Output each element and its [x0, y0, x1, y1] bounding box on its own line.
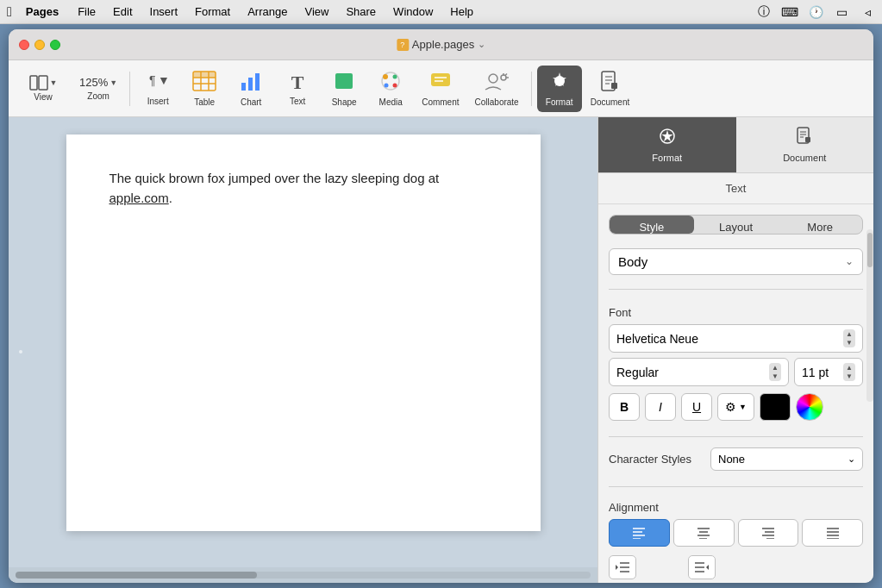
sub-tab-layout[interactable]: Layout [694, 216, 779, 234]
zoom-value: 125% ▼ [79, 76, 117, 89]
svg-text:▼: ▼ [158, 73, 168, 87]
shape-icon [333, 71, 355, 95]
svg-rect-9 [193, 72, 201, 78]
align-justify-button[interactable] [802, 519, 863, 547]
format-icon [549, 71, 570, 95]
font-style-select[interactable]: Regular ▲ ▼ [609, 358, 789, 386]
font-size-box[interactable]: 11 pt ▲ ▼ [794, 358, 863, 386]
sidebar-document-tab[interactable]: Document [736, 117, 874, 172]
minimize-button[interactable] [34, 40, 45, 50]
color-swatch[interactable] [760, 393, 791, 421]
font-name-select[interactable]: Helvetica Neue ▲ ▼ [609, 324, 863, 353]
zoom-button[interactable]: 125% ▼ Zoom [72, 66, 124, 112]
gear-button[interactable]: ⚙ ▼ [717, 393, 754, 421]
menu-arrange[interactable]: Arrange [241, 3, 294, 20]
h-scrollbar[interactable] [9, 567, 597, 583]
indent-increase-button[interactable] [688, 555, 716, 579]
view-icon: ▼ [29, 75, 58, 91]
svg-rect-12 [241, 83, 246, 91]
font-format-row: B I U ⚙ ▼ [609, 393, 863, 421]
sub-tab-style[interactable]: Style [610, 216, 694, 234]
menu-window[interactable]: Window [386, 3, 440, 20]
paragraph-style-select[interactable]: Body ⌄ [609, 248, 863, 275]
zoom-label: Zoom [87, 91, 109, 101]
menu-file[interactable]: File [71, 3, 103, 20]
align-right-button[interactable] [738, 519, 799, 547]
filename-chevron[interactable]: ⌄ [478, 39, 485, 50]
format-star-icon [658, 127, 677, 150]
document-label: Document [591, 97, 630, 107]
paragraph-style-row: Body ⌄ [609, 248, 863, 275]
indent-decrease-button[interactable] [609, 555, 636, 579]
alignment-label: Alignment [609, 501, 863, 514]
svg-line-28 [505, 73, 507, 75]
font-section-label: Font [609, 306, 863, 319]
media-button[interactable]: Media [368, 66, 413, 112]
insert-button[interactable]: ¶ ▼ Insert [135, 66, 180, 112]
table-button[interactable]: Table [182, 66, 227, 112]
close-button[interactable] [19, 40, 29, 50]
font-name-arrows[interactable]: ▲ ▼ [843, 329, 855, 347]
document-tab-button[interactable]: Document [584, 66, 637, 112]
document-page[interactable]: The quick brown fox jumped over the lazy… [66, 134, 541, 531]
sidebar-document-label: Document [783, 153, 826, 163]
menu-format[interactable]: Format [188, 3, 237, 20]
traffic-lights [19, 40, 60, 50]
sidebar-vscroll-thumb[interactable] [867, 233, 873, 267]
h-scrollbar-thumb[interactable] [16, 572, 257, 579]
main-area: The quick brown fox jumped over the lazy… [9, 117, 873, 583]
menu-insert[interactable]: Insert [143, 3, 185, 20]
comment-button[interactable]: Comment [415, 66, 466, 112]
svg-point-24 [489, 74, 497, 83]
apple-menu[interactable]:  [7, 4, 12, 20]
keyboard-icon[interactable]: ⌨ [782, 4, 798, 20]
menu-share[interactable]: Share [339, 3, 383, 20]
apple-link[interactable]: apple.com [109, 191, 169, 205]
svg-text:¶: ¶ [149, 73, 156, 87]
sub-tab-more[interactable]: More [778, 216, 862, 234]
bluetooth-icon[interactable]: ◃ [860, 4, 875, 20]
help-circle-icon[interactable]: ⓘ [756, 4, 772, 20]
italic-button[interactable]: I [645, 393, 676, 421]
text-button[interactable]: T Text [275, 66, 320, 112]
chart-button[interactable]: Chart [228, 66, 273, 112]
bold-button[interactable]: B [609, 393, 640, 421]
app-name[interactable]: Pages [19, 3, 66, 20]
menu-edit[interactable]: Edit [106, 3, 139, 20]
menubar-right: ⓘ ⌨ 🕐 ▭ ◃ [756, 4, 875, 20]
canvas-area[interactable]: The quick brown fox jumped over the lazy… [9, 117, 597, 583]
format-label: Format [546, 97, 573, 107]
menu-help[interactable]: Help [443, 3, 480, 20]
font-style-arrows[interactable]: ▲ ▼ [769, 363, 781, 381]
char-styles-value: None [718, 453, 745, 466]
sidebar-format-tab[interactable]: Format [598, 117, 736, 172]
menu-view[interactable]: View [297, 3, 335, 20]
time-machine-icon[interactable]: 🕐 [808, 4, 823, 20]
format-tab-button[interactable]: Format [537, 66, 582, 112]
table-label: Table [194, 97, 215, 107]
airplay-icon[interactable]: ▭ [834, 4, 849, 20]
svg-point-19 [385, 83, 389, 87]
svg-marker-64 [706, 565, 709, 570]
char-styles-arrow: ⌄ [848, 454, 855, 465]
align-left-button[interactable] [609, 519, 670, 547]
color-wheel-button[interactable] [796, 393, 823, 421]
char-styles-select[interactable]: None ⌄ [710, 447, 863, 471]
sidebar-vscroll[interactable] [866, 229, 873, 402]
collaborate-button[interactable]: Collaborate [468, 66, 526, 112]
pages-window: ? Apple.pages ⌄ ▼ View 125% ▼ Zoom [9, 29, 873, 583]
underline-button[interactable]: U [681, 393, 712, 421]
text-icon: T [291, 72, 304, 94]
chart-label: Chart [241, 97, 261, 107]
menubar:  Pages File Edit Insert Format Arrange … [0, 0, 882, 24]
maximize-button[interactable] [50, 40, 60, 50]
font-size-arrows[interactable]: ▲ ▼ [843, 363, 855, 381]
sidebar-section-title: Text [598, 173, 873, 204]
shape-button[interactable]: Shape [322, 66, 366, 112]
view-label: View [34, 92, 53, 102]
h-scrollbar-track[interactable] [16, 572, 591, 579]
view-button[interactable]: ▼ View [16, 66, 71, 112]
align-center-button[interactable] [673, 519, 735, 547]
table-icon [192, 71, 216, 95]
sidebar-document-icon [795, 127, 814, 150]
